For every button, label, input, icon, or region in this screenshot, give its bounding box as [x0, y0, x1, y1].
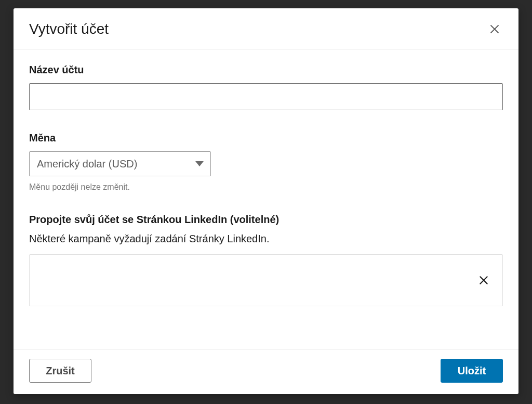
currency-select[interactable]: Americký dolar (USD)	[29, 151, 211, 176]
close-button[interactable]	[486, 21, 503, 37]
link-page-group: Propojte svůj účet se Stránkou LinkedIn …	[29, 214, 503, 306]
account-name-group: Název účtu	[29, 64, 503, 110]
save-button[interactable]: Uložit	[441, 359, 503, 383]
account-name-input[interactable]	[29, 83, 503, 110]
currency-select-wrap: Americký dolar (USD)	[29, 151, 211, 176]
account-name-label: Název účtu	[29, 64, 503, 76]
link-page-input[interactable]	[29, 254, 503, 306]
currency-helper-text: Měnu později nelze změnit.	[29, 183, 503, 192]
create-account-modal: Vytvořit účet Název účtu Měna Americký d…	[14, 8, 518, 394]
modal-footer: Zrušit Uložit	[14, 349, 518, 394]
modal-title: Vytvořit účet	[29, 21, 109, 37]
cancel-button[interactable]: Zrušit	[29, 359, 91, 383]
close-icon	[488, 23, 501, 35]
close-icon	[478, 275, 489, 285]
link-page-description: Některé kampaně vyžadují zadání Stránky …	[29, 233, 503, 245]
currency-label: Měna	[29, 132, 503, 144]
currency-group: Měna Americký dolar (USD) Měnu později n…	[29, 132, 503, 192]
link-page-label: Propojte svůj účet se Stránkou LinkedIn …	[29, 214, 503, 226]
modal-body: Název účtu Měna Americký dolar (USD) Měn…	[14, 49, 518, 349]
clear-link-page-button[interactable]	[476, 273, 491, 288]
modal-header: Vytvořit účet	[14, 8, 518, 49]
